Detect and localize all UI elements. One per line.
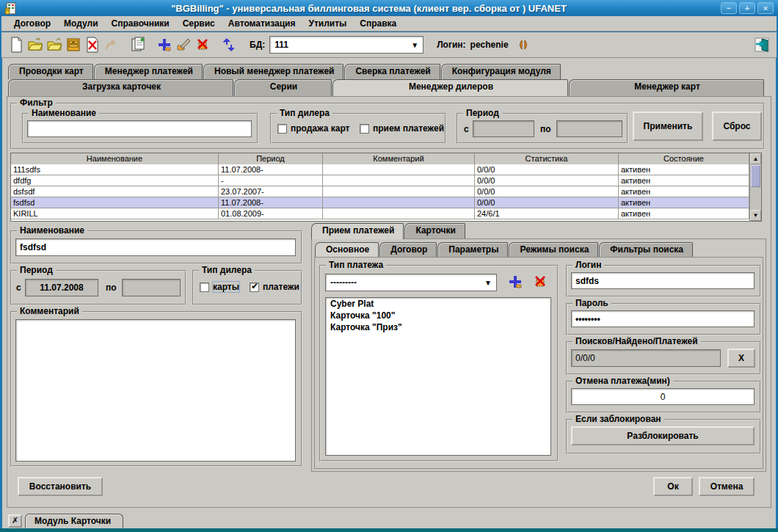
minimize-button[interactable]: − [721,2,737,14]
detail-dealer-type-label: Тип дилера [199,265,255,275]
open-folder-alt-icon[interactable] [46,36,63,54]
dealers-table: Наименование Период Комментарий Статисти… [10,153,762,222]
apply-button[interactable]: Применить [633,112,703,141]
dealer-manager-panel: Фильтр Наименование Тип дилера продажа к… [7,96,771,508]
login-group: Логин [566,265,761,297]
unblock-button[interactable]: Разблокировать [571,426,755,445]
filter-period-group: Период с по [457,113,628,144]
filter-period-to-input[interactable] [556,120,622,137]
dealer-login-input[interactable] [571,272,755,289]
tab-parametry[interactable]: Параметры [437,242,508,257]
tab-manager-platezhey[interactable]: Менеджер платежей [94,64,203,79]
col-header-state[interactable]: Состояние [619,153,749,165]
add-item-icon[interactable] [156,36,173,54]
dealer-password-input[interactable] [571,310,755,327]
stats-clear-button[interactable]: X [727,349,755,368]
detail-period-to-input[interactable] [122,279,181,296]
checkbox-sale-cards[interactable]: продажа карт [277,123,349,134]
tab-dogovor[interactable]: Договор [379,242,437,257]
tab-filtry-poiska[interactable]: Фильтры поиска [599,242,693,257]
add-payment-type-icon[interactable] [507,274,523,292]
filter-period-from-input[interactable] [473,120,534,137]
exit-door-icon[interactable] [753,36,771,54]
tab-sverka-platezhey[interactable]: Сверка платежей [344,64,440,79]
menu-avtomatizacia[interactable]: Автоматизация [222,17,302,30]
tab-osnovnoe[interactable]: Основное [315,242,379,257]
payment-type-label: Тип платежа [326,260,386,270]
col-header-stats[interactable]: Статистика [475,153,619,165]
payment-type-combobox[interactable]: --------- ▼ [325,274,497,291]
delete-payment-type-icon[interactable] [532,274,548,292]
redo-arrow-icon [103,36,120,54]
password-field-label: Пароль [572,298,611,308]
list-item[interactable]: Cyber Plat [326,298,550,310]
login-field-label: Логин [572,260,604,270]
tab-priem-platezhey[interactable]: Прием платежей [311,223,404,239]
restore-button[interactable]: Восстановить [18,477,103,496]
menu-dogovor[interactable]: Договор [7,17,57,30]
filter-dealer-type-group: Тип дилера продажа карт прием платежей [270,113,446,144]
checkbox-box-checked[interactable] [250,283,259,292]
open-folder-icon[interactable] [26,36,44,54]
osnovnoe-panel: Тип платежа --------- ▼ Cyber Plat [314,257,763,469]
tab-rezhimy-poiska[interactable]: Режимы поиска [509,242,598,257]
menu-spravochniki[interactable]: Справочники [105,17,176,30]
db-combobox[interactable]: 111 ▼ [269,36,423,54]
detail-to-label: по [106,283,117,293]
checkbox-cards[interactable]: карты [200,282,239,292]
payments-inner-tabs: Основное Договор Параметры Режимы поиска… [315,242,694,257]
tab-manager-dilerov[interactable]: Менеджер дилеров [332,79,568,96]
reset-button[interactable]: Сброс [712,112,762,141]
checkbox-box[interactable] [200,283,209,292]
tab-new-manager-platezhey[interactable]: Новый менеджер платежей [203,64,343,79]
scrollbar-thumb[interactable] [751,165,760,187]
cancel-button[interactable]: Отмена [699,477,755,496]
menu-bar: Договор Модули Справочники Сервис Автома… [1,16,777,32]
table-scrollbar[interactable]: ▲ ▼ [749,153,761,221]
col-header-name[interactable]: Наименование [11,153,219,165]
list-item[interactable]: Карточка "100" [326,310,550,321]
tab-serii[interactable]: Серии [234,79,332,96]
tab-kartochki[interactable]: Карточки [404,223,465,239]
ok-button[interactable]: Ок [653,477,693,496]
window-title: "BGBilling" - универсальная биллинговая … [17,3,721,14]
delete-item-icon[interactable] [194,36,211,54]
checkbox-box[interactable] [360,124,369,134]
detail-comment-textarea[interactable] [15,319,296,462]
maximize-button[interactable]: + [739,2,755,14]
menu-servis[interactable]: Сервис [176,17,222,30]
col-header-period[interactable]: Период [219,153,323,165]
cancel-payment-input[interactable] [571,388,755,405]
menu-spravka[interactable]: Справка [353,17,403,30]
new-document-icon[interactable] [7,36,25,54]
checkbox-payments[interactable]: платежи [250,282,299,292]
edit-item-icon[interactable] [175,36,192,54]
checkbox-box[interactable] [277,124,287,134]
tab-zagruzka-kartochek[interactable]: Загрузка карточек [8,79,233,96]
detail-comment-label: Комментарий [17,306,82,316]
tab-provodki-kart[interactable]: Проводки карт [8,64,93,79]
checkbox-accept-payments[interactable]: прием платежей [360,123,444,134]
menu-utility[interactable]: Утилиты [302,17,353,30]
payment-type-list[interactable]: Cyber Plat Карточка "100" Карточка "Приз… [325,297,551,456]
scroll-up-icon[interactable]: ▲ [750,153,761,164]
stats-value-input [571,349,721,367]
refresh-icon[interactable] [220,36,238,54]
detail-period-from-input[interactable] [25,279,98,296]
tab-manager-kart[interactable]: Менеджер карт [569,79,764,96]
delete-document-icon[interactable] [84,36,101,54]
close-button[interactable]: × [757,2,774,14]
col-header-comment[interactable]: Комментарий [323,153,475,165]
card-cabinet-icon[interactable] [65,36,82,54]
scroll-down-icon[interactable]: ▼ [750,210,761,221]
chevron-down-icon: ▼ [479,279,492,287]
detail-name-input[interactable] [15,238,296,256]
close-module-icon[interactable]: ✗ [8,514,22,528]
menu-moduli[interactable]: Модули [57,17,104,30]
list-item[interactable]: Карточка "Приз" [326,321,550,333]
filter-name-input[interactable] [27,120,252,137]
module-area: Проводки карт Менеджер платежей Новый ме… [2,58,776,511]
module-statusbar-tab[interactable]: Модуль Карточки [25,514,123,528]
tab-konfiguracia-modula[interactable]: Конфигурация модуля [441,64,561,79]
copy-report-icon[interactable] [129,36,147,54]
